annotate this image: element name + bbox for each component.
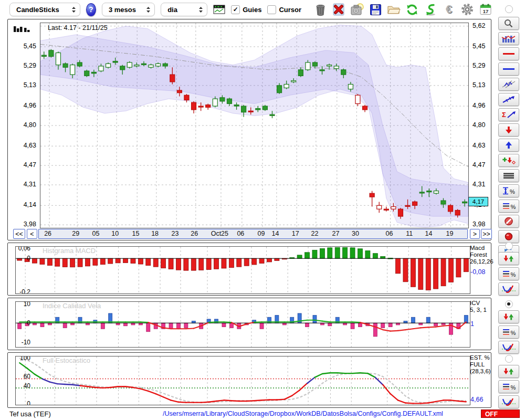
open-folder-icon[interactable] bbox=[387, 3, 401, 17]
cursor-label: Cursor bbox=[279, 6, 301, 14]
macd-curve-button[interactable] bbox=[498, 282, 519, 296]
help-button[interactable]: ? bbox=[86, 3, 96, 16]
calendar-icon[interactable]: 17 bbox=[479, 3, 492, 17]
price-tick: 5,29 bbox=[24, 62, 36, 69]
sync-icon[interactable] bbox=[424, 3, 437, 17]
red-line-button[interactable] bbox=[498, 47, 519, 60]
svg-text:%: % bbox=[511, 384, 516, 391]
stochastic-value: 4,66 bbox=[470, 396, 483, 403]
euro-icon[interactable]: € € bbox=[442, 3, 456, 17]
macd-title: Histgrama MACD bbox=[43, 247, 96, 255]
svg-text:-0,2: -0,2 bbox=[19, 288, 30, 294]
macd-panel-radio[interactable] bbox=[505, 242, 513, 250]
right-toolbar: Σ % % bbox=[492, 0, 525, 420]
svg-text:100: 100 bbox=[20, 356, 30, 362]
zoom-button[interactable] bbox=[498, 17, 519, 30]
svg-text:%: % bbox=[510, 188, 515, 195]
chevron-updown-icon bbox=[198, 6, 203, 13]
stoch-percent-button[interactable]: % bbox=[498, 380, 519, 393]
record-button[interactable] bbox=[498, 230, 519, 243]
date-label: 06 bbox=[386, 230, 393, 237]
date-label: 26 bbox=[191, 230, 198, 237]
price-panel-radio[interactable] bbox=[505, 5, 513, 13]
arrow-down-button[interactable] bbox=[498, 123, 519, 136]
off-toggle[interactable]: OFF bbox=[481, 410, 520, 418]
delete-x-icon[interactable] bbox=[332, 3, 345, 17]
trendline-button[interactable] bbox=[498, 93, 519, 106]
guies-label: Guies bbox=[243, 6, 261, 14]
symbol-label: Tef usa (TEF) bbox=[9, 410, 125, 418]
price-axis-left: 5,455,295,134,964,804,634,474,314,143,98 bbox=[8, 19, 39, 229]
date-label: 10 bbox=[111, 230, 119, 237]
date-label: 27 bbox=[332, 230, 340, 237]
blue-line-button[interactable] bbox=[498, 62, 519, 76]
last-price-label: Last: 4.17 - 21/11/25 bbox=[48, 24, 108, 32]
macd-percent-button[interactable]: % bbox=[498, 267, 519, 280]
date-label: 09 bbox=[258, 230, 265, 237]
current-price-tag: 4,17 bbox=[468, 197, 488, 206]
settings-gear-icon[interactable] bbox=[460, 3, 474, 17]
svg-text:%: % bbox=[511, 271, 516, 278]
price-tick: 4,80 bbox=[472, 121, 485, 129]
date-label: 05 bbox=[92, 230, 100, 237]
date-label: Oct25 bbox=[211, 230, 228, 237]
date-label: 15 bbox=[132, 230, 139, 237]
icv-params: ICV 5, 3, 1 bbox=[470, 300, 492, 313]
icv-percent-button[interactable]: % bbox=[498, 326, 519, 339]
next-page-button[interactable]: > bbox=[470, 229, 480, 239]
app-window: CandleSticks ? 3 mesos dia bbox=[0, 0, 525, 420]
icv-signals-button[interactable] bbox=[498, 310, 519, 323]
percent-lines-button[interactable]: % bbox=[498, 200, 519, 213]
price-tick: 4,47 bbox=[472, 161, 485, 169]
indicator-chart-button[interactable] bbox=[498, 32, 519, 45]
price-tick: 4,47 bbox=[24, 161, 36, 169]
price-tick: 4,96 bbox=[472, 102, 485, 109]
prev-page-button[interactable]: < bbox=[27, 229, 37, 239]
calendar-day: 17 bbox=[483, 8, 489, 14]
price-panel: 5,455,295,134,964,804,634,474,314,143,98… bbox=[7, 19, 491, 240]
icv-curve-button[interactable] bbox=[498, 341, 519, 354]
guies-checkbox[interactable]: ✓ Guies bbox=[231, 5, 261, 14]
signals-button[interactable] bbox=[498, 154, 519, 167]
price-tick: 5,62 bbox=[472, 22, 485, 29]
status-bar: Tef usa (TEF) /Users/mserra/Library/Clou… bbox=[0, 407, 525, 420]
save-icon[interactable] bbox=[369, 3, 382, 17]
vertical-percent-button[interactable]: % bbox=[498, 184, 519, 197]
macd-signals-button[interactable] bbox=[498, 252, 519, 265]
macd-tools: % bbox=[492, 242, 525, 296]
first-page-button[interactable]: << bbox=[13, 229, 25, 239]
icv-panel-radio[interactable] bbox=[505, 300, 513, 308]
icv-tools: % bbox=[492, 300, 525, 354]
mini-chart-window-icon[interactable] bbox=[213, 3, 225, 17]
interval-select[interactable]: dia bbox=[161, 3, 207, 16]
camera-icon[interactable] bbox=[350, 3, 364, 17]
date-strip[interactable]: 2629051015182326Oct250609141722273006111… bbox=[38, 229, 468, 239]
disable-button[interactable] bbox=[498, 215, 519, 228]
price-tick: 5,45 bbox=[24, 43, 36, 50]
price-chart-plot[interactable] bbox=[40, 23, 469, 228]
cursor-checkbox[interactable]: Cursor bbox=[267, 5, 301, 14]
stoch-signals-button[interactable] bbox=[498, 365, 519, 378]
period-select[interactable]: 3 mesos bbox=[102, 3, 155, 16]
price-tick: 4,31 bbox=[24, 181, 36, 188]
period-value: 3 mesos bbox=[109, 6, 136, 14]
stoch-curve-button[interactable] bbox=[498, 395, 519, 408]
sum-trendline-button[interactable]: Σ bbox=[498, 108, 519, 121]
price-tick: 4,80 bbox=[24, 121, 36, 129]
date-label: 14 bbox=[271, 230, 279, 237]
stoch-tools: % bbox=[492, 355, 525, 408]
arrow-up-button[interactable] bbox=[498, 139, 519, 152]
last-page-button[interactable]: >> bbox=[481, 229, 492, 239]
macd-panel: 0,060-0,2 Histgrama MACD Macd Forest 26,… bbox=[7, 243, 491, 296]
chart-type-value: CandleSticks bbox=[16, 6, 59, 14]
chart-type-select[interactable]: CandleSticks bbox=[9, 3, 80, 16]
trash-icon[interactable] bbox=[313, 3, 327, 17]
config-path[interactable]: /Users/mserra/Library/CloudStorage/Dropb… bbox=[125, 410, 481, 417]
date-label: 19 bbox=[446, 230, 454, 237]
date-label: 06 bbox=[237, 230, 244, 237]
channel-button[interactable] bbox=[498, 78, 519, 91]
levels-button[interactable] bbox=[498, 169, 519, 182]
refresh-icon[interactable] bbox=[405, 3, 419, 17]
guies-checkbox-box: ✓ bbox=[231, 5, 240, 14]
stoch-panel-radio[interactable] bbox=[505, 355, 513, 363]
